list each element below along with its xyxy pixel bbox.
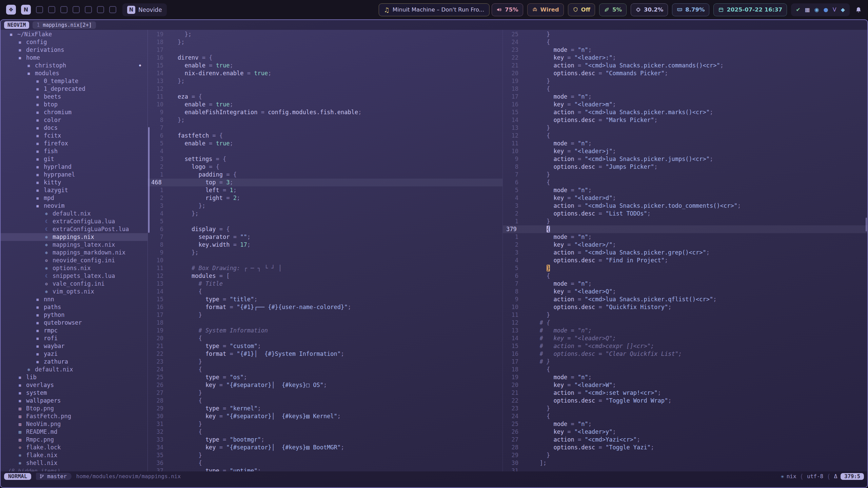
tree-item-default.nix[interactable]: ✻default.nix	[1, 366, 147, 373]
code-line[interactable]: 5	[148, 218, 502, 225]
code-line[interactable]: 2 options.desc = "List TODOs";	[503, 210, 867, 218]
code-line[interactable]: 16direnv = {	[148, 54, 502, 62]
code-line[interactable]: 3 settings = {	[148, 155, 502, 163]
code-line[interactable]: 468 top = 3;	[148, 179, 502, 186]
code-line[interactable]: 11 # Box Drawing: ┌ ─ ┐ └ ┘ │	[148, 264, 502, 272]
code-line[interactable]: 3 action = "<cmd>lua Snacks.picker.todo_…	[503, 202, 867, 210]
tree-item-lazygit[interactable]: ◼lazygit	[1, 186, 147, 194]
code-line[interactable]: 1 mode = "n";	[503, 233, 867, 241]
tree-item-snippets_latex.lua[interactable]: ☾snippets_latex.lua	[1, 272, 147, 280]
code-line[interactable]: 6 {	[503, 179, 867, 186]
tree-item-git[interactable]: ◼git	[1, 155, 147, 163]
code-line[interactable]: 18 {	[503, 366, 867, 373]
tree-item-docs[interactable]: ◼docs	[1, 124, 147, 132]
code-line[interactable]: 14 nix-direnv.enable = true;	[148, 69, 502, 77]
code-line[interactable]: 31	[503, 467, 867, 471]
workspace-empty-button[interactable]	[36, 6, 43, 13]
tree-item-neovim[interactable]: ◼neovim	[1, 202, 147, 210]
tab-mappings-nix[interactable]: 1 mappings.nix[2+]	[33, 21, 96, 29]
workspace-empty-button[interactable]	[73, 6, 80, 13]
code-line[interactable]: 8 key.width = 17;	[148, 241, 502, 249]
code-line[interactable]: 19 };	[148, 30, 502, 38]
tree-item-hyprland[interactable]: ◼hyprland	[1, 163, 147, 171]
code-line[interactable]: 2 logo = {	[148, 163, 502, 171]
code-line[interactable]: 4 };	[148, 210, 502, 218]
tree-item-waybar[interactable]: ◼waybar	[1, 342, 147, 350]
bell-icon[interactable]	[855, 6, 862, 13]
tree-item-qutebrowser[interactable]: ◼qutebrowser	[1, 319, 147, 327]
workspace-empty-button[interactable]	[97, 6, 104, 13]
tree-item-system[interactable]: ◼system	[1, 389, 147, 397]
code-line[interactable]: 18};	[148, 38, 502, 46]
code-line[interactable]: 4 options.desc = "Find in Project";	[503, 257, 867, 264]
code-line[interactable]: 23 }	[503, 405, 867, 412]
tree-item-Btop.png[interactable]: ▨Btop.png	[1, 405, 147, 412]
tree-item-zathura[interactable]: ◼zathura	[1, 358, 147, 366]
tree-item-0_template[interactable]: ◼0_template	[1, 77, 147, 85]
code-line[interactable]: 7	[148, 124, 502, 132]
tree-item-fish[interactable]: ◼fish	[1, 147, 147, 155]
code-line[interactable]: 1 left = 1;	[148, 186, 502, 194]
tree-item-mappings.nix[interactable]: ✻mappings.nix	[1, 233, 147, 241]
code-line[interactable]: 13 }	[503, 124, 867, 132]
code-line[interactable]: 14 # key = "<leader>Q";	[503, 334, 867, 342]
code-line[interactable]: 15 type = "title";	[148, 296, 502, 303]
tree-item-yazi[interactable]: ◼yazi	[1, 350, 147, 358]
code-line[interactable]: 22 format = "{#1}│ {#}System Information…	[148, 350, 502, 358]
code-line[interactable]: 31 }	[148, 420, 502, 428]
music-module[interactable]: ♫ Minuit Machine – Don't Run Fro...	[379, 3, 490, 16]
code-line[interactable]: 8 key = "<leader>Q";	[503, 288, 867, 296]
tree-item-flake.lock[interactable]: ⊚flake.lock	[1, 444, 147, 451]
tree-item-chromium[interactable]: ◼chromium	[1, 108, 147, 116]
tree-item-firefox[interactable]: ◼firefox	[1, 140, 147, 147]
code-line[interactable]: 24 {	[148, 366, 502, 373]
tree-item-mappings_markdown.nix[interactable]: ✻mappings_markdown.nix	[1, 249, 147, 257]
code-line[interactable]: 16 # options.desc = "Clear Quickfix List…	[503, 350, 867, 358]
code-line[interactable]: 6 display = {	[148, 225, 502, 233]
code-line[interactable]: 379 {	[503, 225, 867, 233]
code-line[interactable]: 29 type = "kernel";	[148, 405, 502, 412]
clock-module[interactable]: 2025-07-22 16:37	[713, 3, 787, 16]
code-line[interactable]: 25 type = "os";	[148, 373, 502, 381]
code-line[interactable]: 10 enable = true;	[148, 101, 502, 108]
code-line[interactable]: 10	[148, 257, 502, 264]
code-line[interactable]: 12 {	[503, 132, 867, 140]
code-line[interactable]: 10 options.desc = "Quickfix History";	[503, 303, 867, 311]
scrollbar-thumb[interactable]	[866, 218, 867, 232]
workspace-1-button[interactable]: ❖	[6, 5, 16, 15]
tree-item-wallpapers[interactable]: ◼wallpapers	[1, 397, 147, 405]
code-line[interactable]: 12	[148, 85, 502, 93]
code-line[interactable]: 27 action = "<cmd>Yazi<cr>";	[503, 436, 867, 444]
code-line[interactable]: 35 }	[148, 451, 502, 459]
code-line[interactable]: 13};	[148, 77, 502, 85]
tree-item-vim_opts.nix[interactable]: ✻vim_opts.nix	[1, 288, 147, 296]
code-line[interactable]: 4 key = "<leader>d";	[503, 194, 867, 202]
code-line[interactable]: 37 type = "uptime";	[148, 467, 502, 471]
tree-item-btop[interactable]: ◼btop	[1, 101, 147, 108]
tree-item-christoph[interactable]: ◼christoph•	[1, 62, 147, 69]
code-line[interactable]: 17	[148, 46, 502, 54]
git-branch[interactable]: master	[36, 473, 72, 480]
tree-item-neovide_config.ini[interactable]: ⚙neovide_config.ini	[1, 257, 147, 264]
editor-pane-left[interactable]: 19 };18};1716direnv = {15 enable = true;…	[148, 30, 502, 471]
tree-item-overlays[interactable]: ◼overlays	[1, 381, 147, 389]
code-line[interactable]: 17 # }	[503, 358, 867, 366]
tree-item-color[interactable]: ◼color	[1, 116, 147, 124]
code-line[interactable]: 17 mode = "n";	[503, 93, 867, 101]
tree-item-mappings_latex.nix[interactable]: ✻mappings_latex.nix	[1, 241, 147, 249]
code-line[interactable]: 26 key = "<leader>y";	[503, 428, 867, 436]
tree-item-python[interactable]: ◼python	[1, 311, 147, 319]
display-icon[interactable]: ▦	[805, 7, 810, 13]
code-line[interactable]: 33 type = "bootmgr";	[148, 436, 502, 444]
code-line[interactable]: 1 }	[503, 218, 867, 225]
tree-item-flake.nix[interactable]: ✻flake.nix	[1, 451, 147, 459]
tree-item-rmpc[interactable]: ◼rmpc	[1, 327, 147, 334]
tree-item-FastFetch.png[interactable]: ▨FastFetch.png	[1, 412, 147, 420]
code-line[interactable]: 12 # {	[503, 319, 867, 327]
dot-blue-icon[interactable]: ◉	[814, 7, 819, 13]
vesktop-icon[interactable]: V	[833, 7, 836, 13]
code-line[interactable]: 22 key = "<leader>:";	[503, 54, 867, 62]
tree-item-modules[interactable]: ◼modules	[1, 69, 147, 77]
check-circle-icon[interactable]: ✔	[796, 7, 800, 13]
tree-item-vale_config.ini[interactable]: ⚙vale_config.ini	[1, 280, 147, 288]
